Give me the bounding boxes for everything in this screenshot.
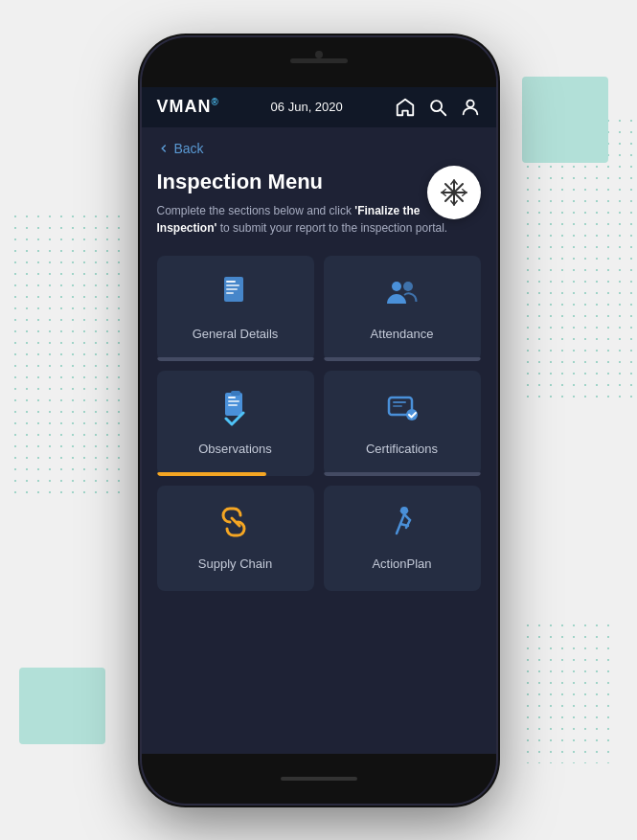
back-button[interactable]: Back: [157, 141, 481, 156]
teal-block-bottom: [19, 668, 105, 744]
snowflake-icon: [439, 177, 469, 208]
supply-chain-icon: [216, 503, 255, 545]
observations-icon: [216, 388, 255, 430]
attendance-progress-bar: [324, 357, 481, 361]
nav-icons: [395, 97, 481, 118]
dots-left-decoration: [10, 211, 125, 498]
action-plan-label: ActionPlan: [372, 556, 431, 571]
back-chevron-icon: [157, 142, 171, 155]
snowflake-badge: [427, 166, 481, 219]
observations-label: Observations: [198, 442, 272, 456]
menu-card-attendance[interactable]: Attendance: [324, 256, 481, 361]
back-label: Back: [174, 141, 204, 156]
brand-sup: ®: [212, 97, 219, 107]
scene: VMAN® 06 Jun, 2020: [0, 0, 637, 840]
svg-rect-29: [393, 401, 406, 403]
svg-rect-27: [231, 391, 240, 396]
attendance-label: Attendance: [371, 327, 434, 341]
desc-pre: Complete the sections below and click: [157, 204, 355, 217]
bottom-bezel: [142, 754, 496, 804]
svg-point-2: [466, 100, 473, 106]
certifications-progress: [324, 472, 481, 476]
dots-bottom-right-decoration: [522, 620, 618, 763]
svg-line-1: [441, 110, 445, 115]
supply-chain-progress: [157, 587, 314, 591]
svg-rect-30: [393, 405, 402, 407]
search-icon[interactable]: [427, 97, 448, 118]
menu-card-supply-chain[interactable]: Supply Chain: [157, 486, 314, 591]
home-indicator: [281, 777, 357, 781]
svg-point-0: [431, 101, 442, 111]
certifications-label: Certifications: [366, 442, 438, 456]
svg-rect-25: [228, 400, 239, 402]
general-details-progress-bar: [157, 357, 314, 361]
user-icon[interactable]: [460, 97, 481, 118]
home-icon[interactable]: [395, 97, 416, 118]
phone-frame: VMAN® 06 Jun, 2020: [142, 37, 496, 804]
svg-point-22: [403, 282, 413, 291]
svg-rect-24: [228, 397, 236, 398]
svg-point-21: [392, 282, 401, 291]
main-content: Back Inspection Menu Complete the sectio…: [142, 127, 496, 754]
svg-rect-26: [228, 404, 238, 406]
general-details-label: General Details: [193, 327, 279, 341]
svg-rect-19: [226, 288, 238, 290]
attendance-icon: [383, 273, 421, 315]
attendance-progress: [324, 357, 481, 361]
brand-label: VMAN®: [157, 97, 219, 117]
certifications-icon: [383, 388, 421, 430]
teal-block-top: [522, 77, 608, 163]
general-details-progress: [157, 357, 314, 361]
desc-post: to submit your report to the inspection …: [216, 221, 447, 235]
menu-grid: General Details: [157, 256, 481, 591]
svg-rect-18: [226, 284, 239, 286]
general-details-icon: [216, 273, 255, 315]
observations-progress: [157, 472, 314, 476]
top-bar: VMAN® 06 Jun, 2020: [142, 87, 496, 127]
menu-card-observations[interactable]: Observations: [157, 371, 314, 476]
menu-card-action-plan[interactable]: ActionPlan: [324, 486, 481, 591]
observations-progress-bar: [157, 472, 267, 476]
supply-chain-label: Supply Chain: [198, 556, 272, 571]
menu-card-certifications[interactable]: Certifications: [324, 371, 481, 476]
camera: [315, 51, 323, 58]
date-label: 06 Jun, 2020: [271, 100, 343, 114]
certifications-progress-bar: [324, 472, 481, 476]
phone-screen: VMAN® 06 Jun, 2020: [142, 87, 496, 754]
action-plan-icon: [383, 503, 421, 545]
action-plan-progress: [324, 587, 481, 591]
header-section: Inspection Menu Complete the sections be…: [157, 170, 481, 237]
top-bezel: [142, 37, 496, 87]
speaker: [290, 58, 348, 63]
svg-rect-17: [226, 281, 236, 283]
svg-point-31: [406, 409, 418, 420]
brand-text: VMAN: [157, 97, 212, 116]
svg-rect-20: [226, 292, 234, 294]
menu-card-general-details[interactable]: General Details: [157, 256, 314, 361]
